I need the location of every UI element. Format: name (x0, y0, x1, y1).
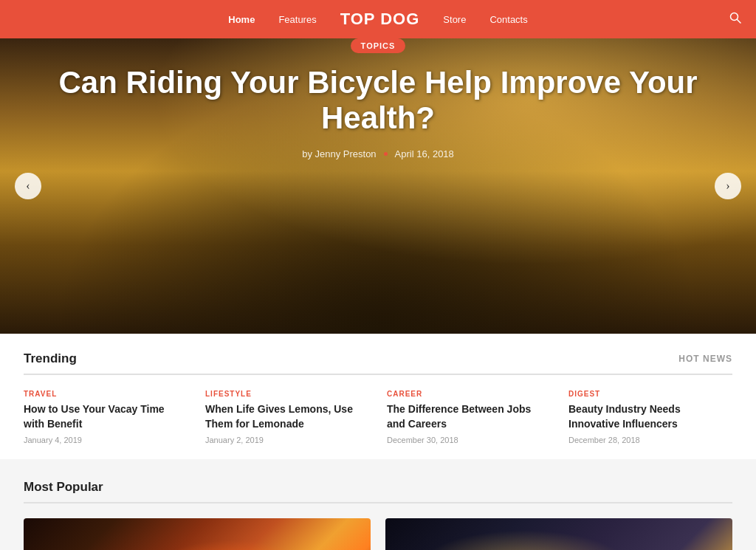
popular-grid (24, 518, 732, 550)
trending-article-title-2: The Difference Between Jobs and Careers (387, 402, 551, 431)
trending-category-3: DIGEST (568, 390, 732, 398)
hero-section: ‹ TOPICS Can Riding Your Bicycle Help Im… (0, 38, 756, 334)
trending-title: Trending (24, 351, 77, 366)
trending-item-0[interactable]: TRAVEL How to Use Your Vacay Time with B… (24, 390, 188, 444)
svg-line-1 (738, 20, 741, 24)
hero-prev-button[interactable]: ‹ (15, 173, 41, 199)
hero-content: TOPICS Can Riding Your Bicycle Help Impr… (0, 38, 756, 159)
nav-features[interactable]: Features (278, 14, 316, 25)
nav-contacts[interactable]: Contacts (489, 14, 527, 25)
hero-next-button[interactable]: › (715, 173, 741, 199)
trending-date-2: December 30, 2018 (387, 436, 551, 444)
trending-article-title-1: When Life Gives Lemons, Use Them for Lem… (205, 402, 369, 431)
hero-title: Can Riding Your Bicycle Help Improve You… (44, 65, 712, 137)
most-popular-header: Most Popular (24, 480, 732, 503)
hero-author: by Jenny Preston (302, 148, 376, 159)
trending-grid: TRAVEL How to Use Your Vacay Time with B… (24, 390, 732, 444)
site-logo: TOP DOG (340, 10, 420, 29)
hero-meta: by Jenny Preston April 16, 2018 (44, 148, 712, 159)
popular-card-office[interactable] (385, 518, 732, 550)
trending-date-0: January 4, 2019 (24, 436, 188, 444)
trending-header: Trending HOT NEWS (24, 351, 732, 375)
main-nav: Home Features TOP DOG Store Contacts (228, 10, 527, 29)
trending-item-3[interactable]: DIGEST Beauty Industry Needs Innovative … (568, 390, 732, 444)
trending-date-1: January 2, 2019 (205, 436, 369, 444)
nav-home[interactable]: Home (228, 14, 255, 25)
nav-store[interactable]: Store (443, 14, 466, 25)
trending-category-2: CAREER (387, 390, 551, 398)
trending-section: Trending HOT NEWS TRAVEL How to Use Your… (0, 334, 756, 459)
search-icon[interactable] (729, 12, 741, 27)
hero-category-badge[interactable]: TOPICS (351, 38, 406, 53)
trending-date-3: December 28, 2018 (568, 436, 732, 444)
hero-meta-dot (384, 152, 388, 156)
trending-category-1: LIFESTYLE (205, 390, 369, 398)
popular-card-city[interactable] (24, 518, 371, 550)
trending-item-1[interactable]: LIFESTYLE When Life Gives Lemons, Use Th… (205, 390, 369, 444)
most-popular-title: Most Popular (24, 480, 103, 495)
trending-article-title-3: Beauty Industry Needs Innovative Influen… (568, 402, 732, 431)
hot-news-label: HOT NEWS (678, 354, 732, 364)
trending-category-0: TRAVEL (24, 390, 188, 398)
trending-item-2[interactable]: CAREER The Difference Between Jobs and C… (387, 390, 551, 444)
hero-date: April 16, 2018 (395, 148, 454, 159)
trending-article-title-0: How to Use Your Vacay Time with Benefit (24, 402, 188, 431)
most-popular-section: Most Popular (0, 459, 756, 550)
site-header: Home Features TOP DOG Store Contacts (0, 0, 756, 38)
